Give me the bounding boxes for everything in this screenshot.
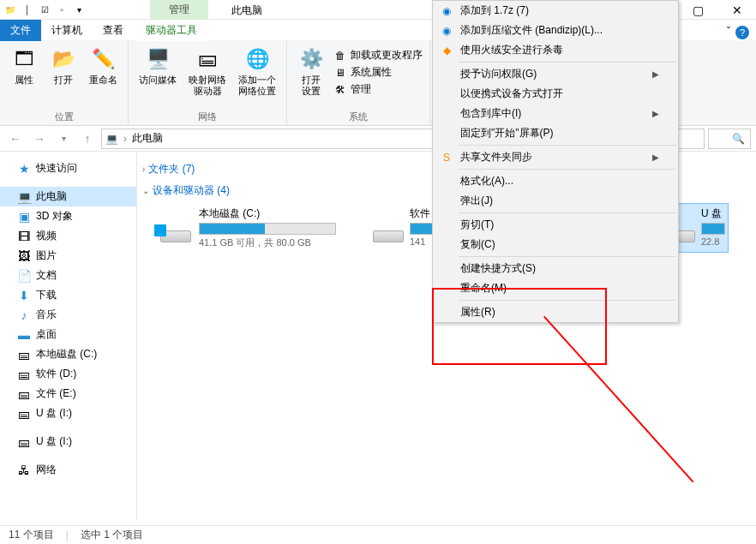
search-icon: 🔍 xyxy=(732,133,745,145)
settings-icon: ⚙️ xyxy=(297,45,325,73)
separator xyxy=(459,212,676,213)
drive-icon: 🖴 xyxy=(17,387,31,401)
ctx-pin-start[interactable]: 固定到"开始"屏幕(P) xyxy=(433,123,678,143)
music-icon: ♪ xyxy=(17,308,31,322)
maximize-button[interactable]: ▢ xyxy=(679,0,717,20)
ctx-properties[interactable]: 属性(R) xyxy=(433,302,678,322)
sidebar-desktop[interactable]: ▬桌面 xyxy=(0,325,136,344)
sidebar-usb-i[interactable]: 🖴U 盘 (I:) xyxy=(0,404,136,423)
sidebar-file-e[interactable]: 🖴文件 (E:) xyxy=(0,384,136,404)
ctx-include-library[interactable]: 包含到库中(I)▶ xyxy=(433,104,678,123)
access-media-button[interactable]: 🖥️ 访问媒体 xyxy=(135,44,180,99)
history-dropdown[interactable]: ▾ xyxy=(53,129,74,149)
ctx-huorong-scan[interactable]: ◆使用火绒安全进行杀毒 xyxy=(433,40,678,60)
ribbon-minimize-icon[interactable]: ˇ xyxy=(727,26,730,38)
archive-icon: ◉ xyxy=(440,4,453,18)
dropdown-icon[interactable]: ▾ xyxy=(72,3,86,16)
back-button[interactable]: ← xyxy=(5,129,26,149)
ctx-add-to-7z[interactable]: ◉添加到 1.7z (7) xyxy=(433,1,678,21)
computer-icon: 💻 xyxy=(105,133,118,145)
ctx-copy[interactable]: 复制(C) xyxy=(433,235,678,254)
computer-icon: 💻 xyxy=(17,190,31,204)
bandizip-icon: ◉ xyxy=(440,24,453,38)
up-button[interactable]: ↑ xyxy=(77,129,98,149)
huorong-icon: ◆ xyxy=(440,44,453,57)
separator xyxy=(459,300,676,301)
tab-file[interactable]: 文件 xyxy=(0,20,41,41)
separator xyxy=(459,145,676,146)
close-button[interactable]: ✕ xyxy=(717,0,756,20)
chevron-right-icon: ▶ xyxy=(652,109,659,118)
path-separator-icon: › xyxy=(123,133,127,145)
drive-icon: 🖴 xyxy=(17,348,31,362)
checkbox-icon[interactable]: ☑ xyxy=(38,3,51,16)
sync-icon: S xyxy=(440,151,453,164)
chevron-right-icon: › xyxy=(142,164,145,174)
rename-button[interactable]: ✏️ 重命名 xyxy=(86,44,121,87)
ctx-create-shortcut[interactable]: 创建快捷方式(S) xyxy=(433,259,678,278)
help-icon[interactable]: ? xyxy=(735,26,749,39)
open-button[interactable]: 📂 打开 xyxy=(46,44,81,87)
group-label-system: 系统 xyxy=(349,109,368,123)
forward-button[interactable]: → xyxy=(29,129,50,149)
manage-button[interactable]: 🛠管理 xyxy=(333,81,423,98)
document-icon: 📄 xyxy=(17,269,31,283)
ctx-format[interactable]: 格式化(A)... xyxy=(433,171,678,191)
properties-icon: 🗔 xyxy=(10,45,38,73)
status-selected-count: 选中 1 个项目 xyxy=(81,528,143,542)
group-label-network: 网络 xyxy=(198,109,217,123)
ctx-grant-access[interactable]: 授予访问权限(G)▶ xyxy=(433,64,678,84)
chevron-down-icon: ⌄ xyxy=(142,186,149,195)
contextual-tab-manage[interactable]: 管理 xyxy=(150,0,208,20)
system-properties-button[interactable]: 🖥系统属性 xyxy=(333,64,423,81)
usage-bar xyxy=(701,223,725,235)
properties-button[interactable]: 🗔 属性 xyxy=(7,44,41,87)
open-icon: 📂 xyxy=(50,45,77,73)
sidebar-videos[interactable]: 🎞视频 xyxy=(0,226,136,246)
star-icon: ★ xyxy=(17,162,31,176)
sidebar-software-d[interactable]: 🖴软件 (D:) xyxy=(0,364,136,384)
usb-icon: 🖴 xyxy=(17,435,31,449)
network-icon: 🖧 xyxy=(17,463,31,477)
sidebar-this-pc[interactable]: 💻此电脑 xyxy=(0,187,136,206)
drive-item-d-partial[interactable]: 软件 141 xyxy=(369,203,437,253)
ctx-eject[interactable]: 弹出(J) xyxy=(433,191,678,211)
ctx-rename[interactable]: 重命名(M) xyxy=(433,278,678,298)
uninstall-icon: 🗑 xyxy=(333,49,347,63)
window-title: 此电脑 xyxy=(231,3,262,18)
sidebar-documents[interactable]: 📄文档 xyxy=(0,266,136,285)
ctx-share-sync[interactable]: S共享文件夹同步▶ xyxy=(433,147,678,167)
ribbon-group-network: 🖥️ 访问媒体 🖴 映射网络 驱动器 🌐 添加一个 网络位置 网络 xyxy=(129,40,287,125)
open-settings-button[interactable]: ⚙️ 打开 设置 xyxy=(294,44,328,99)
sidebar-pictures[interactable]: 🖼图片 xyxy=(0,246,136,266)
sidebar-3d-objects[interactable]: ▣3D 对象 xyxy=(0,206,136,226)
sidebar-quick-access[interactable]: ★快速访问 xyxy=(0,158,136,178)
ctx-cut[interactable]: 剪切(T) xyxy=(433,215,678,235)
add-network-location-button[interactable]: 🌐 添加一个 网络位置 xyxy=(235,44,279,99)
separator xyxy=(459,256,676,257)
sidebar-local-disk-c[interactable]: 🖴本地磁盘 (C:) xyxy=(0,344,136,364)
quick-access-toolbar: 📁 │ ☑ ▫ ▾ xyxy=(3,3,86,16)
tab-view[interactable]: 查看 xyxy=(93,20,134,41)
sidebar-usb-i-2[interactable]: 🖴U 盘 (I:) xyxy=(0,432,136,451)
page-icon[interactable]: ▫ xyxy=(55,3,69,16)
download-icon: ⬇ xyxy=(17,289,31,302)
uninstall-button[interactable]: 🗑卸载或更改程序 xyxy=(333,47,423,63)
sysprops-icon: 🖥 xyxy=(333,66,347,80)
sidebar-music[interactable]: ♪音乐 xyxy=(0,305,136,325)
drive-icon xyxy=(158,206,194,242)
sidebar-network[interactable]: 🖧网络 xyxy=(0,460,136,480)
tab-computer[interactable]: 计算机 xyxy=(41,20,93,41)
ctx-bandizip[interactable]: ◉添加到压缩文件 (Bandizip)(L)... xyxy=(433,21,678,40)
map-drive-icon: 🖴 xyxy=(194,45,221,73)
sidebar-downloads[interactable]: ⬇下载 xyxy=(0,285,136,305)
map-drive-button[interactable]: 🖴 映射网络 驱动器 xyxy=(185,44,230,99)
folder-icon: 📁 xyxy=(3,3,17,16)
drive-item-c[interactable]: 本地磁盘 (C:) 41.1 GB 可用，共 80.0 GB xyxy=(154,203,360,253)
status-item-count: 11 个项目 xyxy=(9,528,54,542)
search-box[interactable]: 🔍 xyxy=(708,129,751,149)
tab-drive-tools[interactable]: 驱动器工具 xyxy=(135,20,207,41)
ctx-portable-device[interactable]: 以便携式设备方式打开 xyxy=(433,84,678,104)
picture-icon: 🖼 xyxy=(17,249,31,263)
usage-bar xyxy=(199,223,336,235)
